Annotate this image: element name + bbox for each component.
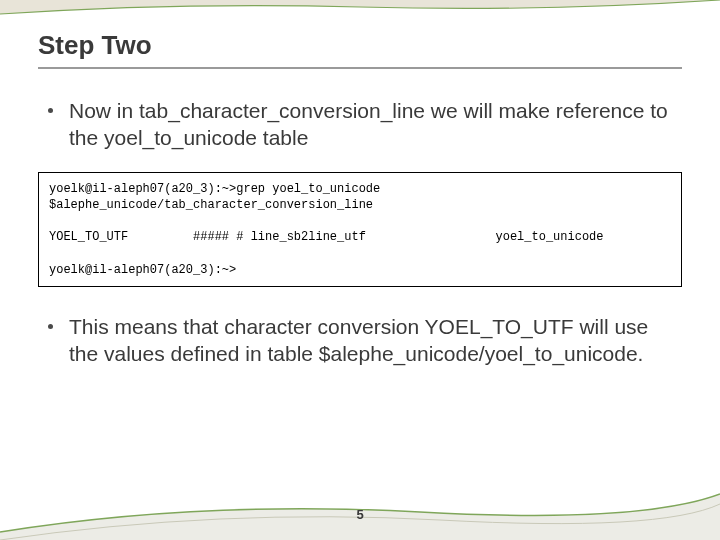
bullet-text: Now in tab_character_conversion_line we … [69, 97, 682, 152]
bullet-text: This means that character conversion YOE… [69, 313, 682, 368]
page-number: 5 [0, 507, 720, 522]
code-block: yoelk@il-aleph07(a20_3):~>grep yoel_to_u… [38, 172, 682, 287]
slide-title: Step Two [38, 30, 682, 69]
bullet-item: Now in tab_character_conversion_line we … [38, 97, 682, 152]
bullet-item: This means that character conversion YOE… [38, 313, 682, 368]
bullet-icon [48, 324, 53, 329]
decorative-top-swoosh [0, 0, 720, 16]
bullet-icon [48, 108, 53, 113]
